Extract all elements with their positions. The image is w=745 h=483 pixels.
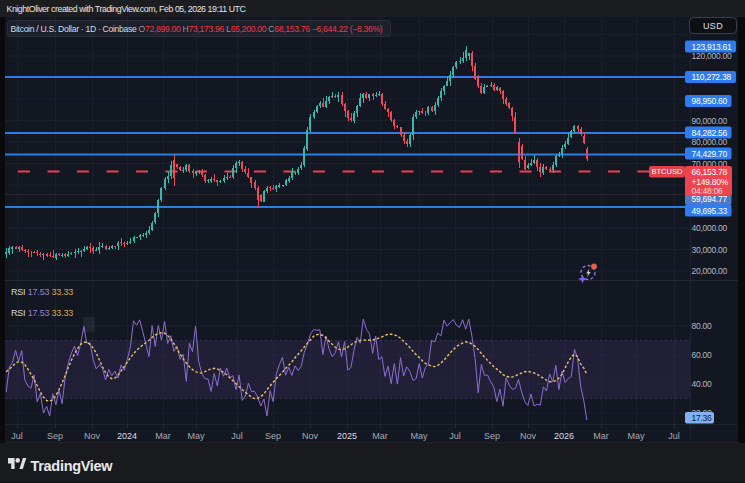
svg-text:2024: 2024 <box>117 431 137 441</box>
svg-text:Jul: Jul <box>231 431 243 441</box>
svg-text:Bitcoin / U.S. Dollar · 1D · C: Bitcoin / U.S. Dollar · 1D · Coinbase O7… <box>11 24 383 34</box>
svg-text:KnightOliver created with Trad: KnightOliver created with TradingView.co… <box>7 4 247 14</box>
svg-text:30,000.00: 30,000.00 <box>692 245 728 255</box>
svg-text:Nov: Nov <box>520 431 537 441</box>
svg-text:Mar: Mar <box>372 431 388 441</box>
svg-text:Nov: Nov <box>302 431 319 441</box>
svg-text:20,000.00: 20,000.00 <box>692 266 728 276</box>
svg-text:Sep: Sep <box>484 431 500 441</box>
svg-text:Sep: Sep <box>265 431 281 441</box>
svg-text:Jul: Jul <box>11 431 23 441</box>
svg-text:123,913.61: 123,913.61 <box>692 42 733 52</box>
svg-text:Sep: Sep <box>47 431 63 441</box>
svg-text:66,153.78: 66,153.78 <box>692 167 728 177</box>
svg-text:RSI 17.53 33.33: RSI 17.53 33.33 <box>11 308 73 318</box>
svg-text:RSI 17.53 33.33: RSI 17.53 33.33 <box>11 287 73 297</box>
svg-text:40,000.00: 40,000.00 <box>692 223 728 233</box>
svg-text:May: May <box>410 431 428 441</box>
svg-text:110,272.38: 110,272.38 <box>692 72 732 82</box>
svg-text:Nov: Nov <box>84 431 101 441</box>
svg-text:04:48:06: 04:48:06 <box>692 186 724 196</box>
svg-text:2026: 2026 <box>554 431 574 441</box>
svg-text:90,000.00: 90,000.00 <box>692 116 728 126</box>
svg-text:120,000.00: 120,000.00 <box>692 51 733 61</box>
svg-text:Jul: Jul <box>668 431 680 441</box>
svg-text:BTCUSD: BTCUSD <box>651 167 683 176</box>
svg-text:84,282.56: 84,282.56 <box>692 128 728 138</box>
svg-text:80.00: 80.00 <box>692 321 713 331</box>
svg-text:40.00: 40.00 <box>692 379 713 389</box>
svg-text:74,429.70: 74,429.70 <box>692 149 728 159</box>
svg-text:98,950.60: 98,950.60 <box>692 96 728 106</box>
svg-text:Mar: Mar <box>593 431 609 441</box>
svg-text:80,000.00: 80,000.00 <box>692 137 728 147</box>
svg-text:May: May <box>187 431 205 441</box>
svg-text:TradingView: TradingView <box>31 458 114 474</box>
svg-text:2025: 2025 <box>337 431 357 441</box>
svg-text:May: May <box>627 431 645 441</box>
svg-text:49,695.33: 49,695.33 <box>692 206 728 216</box>
svg-text:60.00: 60.00 <box>692 350 713 360</box>
svg-text:USD: USD <box>703 21 723 31</box>
svg-text:Mar: Mar <box>155 431 171 441</box>
svg-text:17.36: 17.36 <box>692 413 713 423</box>
svg-text:Jul: Jul <box>449 431 461 441</box>
